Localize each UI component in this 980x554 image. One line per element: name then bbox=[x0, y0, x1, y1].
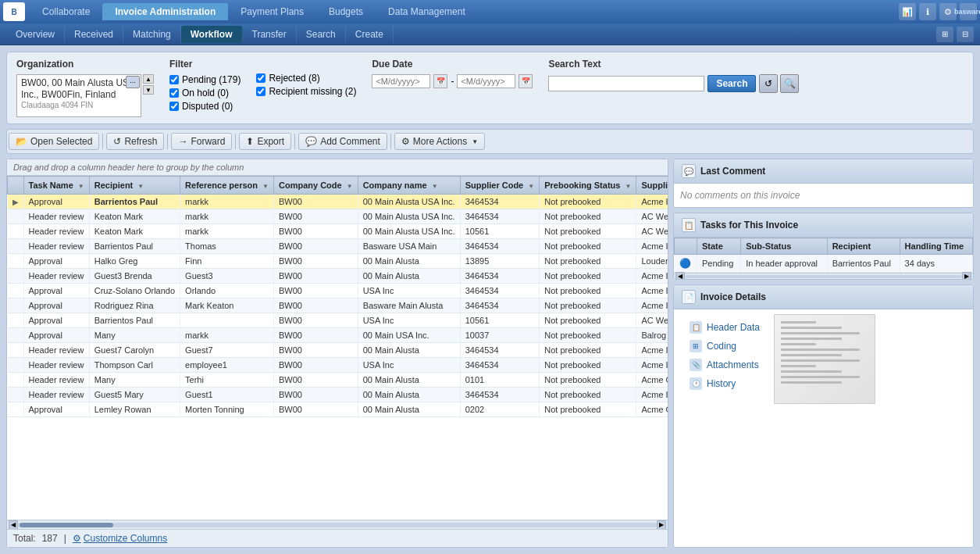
tab-invoice-admin[interactable]: Invoice Administration bbox=[102, 3, 228, 20]
history-link[interactable]: 🕐 History bbox=[690, 375, 760, 392]
org-scroll-up[interactable]: ▲ bbox=[143, 74, 154, 84]
more-actions-button[interactable]: ⚙ More Actions ▼ bbox=[394, 133, 485, 150]
pending-checkbox[interactable] bbox=[169, 75, 179, 84]
subnav-transfer[interactable]: Transfer bbox=[243, 26, 297, 43]
cell-ref-person: Orlando bbox=[180, 284, 274, 298]
sup-code-filter-icon[interactable]: ▼ bbox=[528, 183, 534, 190]
col-company-code[interactable]: Company Code ▼ bbox=[274, 177, 358, 195]
scroll-track[interactable] bbox=[18, 523, 657, 527]
header-data-link[interactable]: 📋 Header Data bbox=[690, 319, 760, 336]
table-row[interactable]: Header review Guest7 Carolyn Guest7 BW00… bbox=[8, 343, 668, 358]
tasks-scroll-left[interactable]: ◀ bbox=[675, 272, 685, 281]
disputed-checkbox[interactable] bbox=[169, 102, 179, 111]
scroll-thumb[interactable] bbox=[20, 523, 113, 527]
tab-data-management[interactable]: Data Management bbox=[376, 3, 478, 20]
subnav-overview[interactable]: Overview bbox=[6, 26, 65, 43]
scroll-right-arrow[interactable]: ▶ bbox=[657, 520, 666, 530]
subnav-received[interactable]: Received bbox=[65, 26, 123, 43]
tab-collaborate[interactable]: Collaborate bbox=[30, 3, 102, 20]
checkbox-pending[interactable]: Pending (179) bbox=[169, 74, 241, 85]
table-row[interactable]: Header review Thompson Carl employee1 BW… bbox=[8, 358, 668, 373]
table-row[interactable]: Approval Barrientos Paul BW00 USA Inc 10… bbox=[8, 313, 668, 328]
date-to-picker[interactable]: 📅 bbox=[519, 74, 533, 88]
name-filter-icon[interactable]: ▼ bbox=[432, 183, 438, 190]
cell-prebooking: Not prebooked bbox=[540, 284, 636, 298]
table-row[interactable]: Header review Many Terhi BW00 00 Main Al… bbox=[8, 373, 668, 388]
date-to-input[interactable] bbox=[457, 74, 515, 88]
checkbox-disputed[interactable]: Disputed (0) bbox=[169, 101, 241, 112]
tasks-scroll-right[interactable]: ▶ bbox=[962, 272, 971, 281]
col-supplier-code[interactable]: Supplier Code ▼ bbox=[460, 177, 540, 195]
task-filter-icon[interactable]: ▼ bbox=[78, 183, 84, 190]
subnav-workflow[interactable]: Workflow bbox=[181, 26, 243, 43]
checkbox-rejected[interactable]: Rejected (8) bbox=[256, 73, 356, 84]
toolbar: 📂 Open Selected ↺ Refresh → Forward ⬆ Ex… bbox=[6, 129, 974, 154]
tasks-scrollbar-track[interactable] bbox=[685, 275, 962, 278]
recipient-missing-checkbox[interactable] bbox=[256, 87, 265, 96]
tasks-header-row: State Sub-Status Recipient Handling Time bbox=[675, 238, 973, 255]
table-row[interactable]: Header review Guest5 Mary Guest1 BW00 00… bbox=[8, 388, 668, 402]
col-prebooking[interactable]: Prebooking Status ▼ bbox=[540, 177, 636, 195]
col-reference-person[interactable]: Reference person ▼ bbox=[180, 177, 274, 195]
table-scroll-bar[interactable]: ◀ ▶ bbox=[7, 520, 668, 529]
org-scroll-down[interactable]: ▼ bbox=[143, 85, 154, 95]
search-text-input[interactable] bbox=[548, 76, 704, 91]
add-comment-button[interactable]: 💬 Add Comment bbox=[298, 133, 387, 150]
cell-ref-person: Terhi bbox=[180, 373, 274, 388]
attachments-link[interactable]: 📎 Attachments bbox=[690, 356, 760, 374]
date-from-input[interactable] bbox=[372, 74, 430, 88]
search-advanced-icon[interactable]: 🔍 bbox=[780, 74, 799, 93]
coding-link[interactable]: ⊞ Coding bbox=[690, 338, 760, 355]
table-row[interactable]: Approval Cruz-Solano Orlando Orlando BW0… bbox=[8, 284, 668, 298]
checkbox-recipient-missing[interactable]: Recipient missing (2) bbox=[256, 86, 356, 97]
recipient-filter-icon[interactable]: ▼ bbox=[137, 183, 144, 190]
subnav-search[interactable]: Search bbox=[297, 26, 346, 43]
customize-columns-link[interactable]: ⚙ Customize Columns bbox=[73, 533, 167, 544]
cell-ref-person bbox=[180, 313, 274, 328]
table-row[interactable]: Header review Keaton Mark markk BW00 00 … bbox=[8, 224, 668, 239]
layout-btn-2[interactable]: ⊟ bbox=[957, 27, 974, 42]
code-filter-icon[interactable]: ▼ bbox=[347, 183, 353, 190]
table-row[interactable]: Approval Halko Greg Finn BW00 00 Main Al… bbox=[8, 254, 668, 269]
subnav-create[interactable]: Create bbox=[346, 26, 394, 43]
col-supplier[interactable]: Supplier ▼ bbox=[636, 177, 668, 195]
cell-supplier-code: 3464534 bbox=[460, 195, 540, 209]
table-row[interactable]: ▶ Approval Barrientos Paul markk BW00 00… bbox=[8, 195, 668, 209]
col-company-name[interactable]: Company name ▼ bbox=[358, 177, 460, 195]
cell-supplier: Acme Int... bbox=[636, 239, 668, 254]
pre-filter-icon[interactable]: ▼ bbox=[625, 183, 631, 190]
table-row[interactable]: Header review Keaton Mark markk BW00 00 … bbox=[8, 209, 668, 224]
cell-supplier-code: 10037 bbox=[460, 328, 540, 343]
search-text-label: Search Text bbox=[548, 59, 799, 70]
info-icon[interactable]: ℹ bbox=[919, 3, 936, 20]
tab-budgets[interactable]: Budgets bbox=[316, 3, 376, 20]
ref-filter-icon[interactable]: ▼ bbox=[262, 183, 269, 190]
table-row[interactable]: Approval Lemley Rowan Morten Tonning BW0… bbox=[8, 402, 668, 417]
table-row[interactable]: Header review Guest3 Brenda Guest3 BW00 … bbox=[8, 269, 668, 284]
export-button[interactable]: ⬆ Export bbox=[239, 133, 291, 150]
checkbox-on-hold[interactable]: On hold (0) bbox=[169, 88, 241, 98]
open-selected-button[interactable]: 📂 Open Selected bbox=[9, 133, 99, 150]
search-button[interactable]: Search bbox=[707, 75, 756, 92]
filter-section-2: Rejected (8) Recipient missing (2) bbox=[256, 73, 356, 97]
table-row[interactable]: Approval Rodriguez Rina Mark Keaton BW00… bbox=[8, 298, 668, 313]
org-more-button[interactable]: ··· bbox=[126, 76, 140, 88]
table-row[interactable]: Approval Many markk BW00 00 Main USA Inc… bbox=[8, 328, 668, 343]
tasks-scrollbar[interactable]: ◀ ▶ bbox=[674, 273, 973, 279]
chart-icon[interactable]: 📊 bbox=[899, 3, 916, 20]
tasks-scroll[interactable]: State Sub-Status Recipient Handling Time… bbox=[674, 238, 973, 273]
refresh-button[interactable]: ↺ Refresh bbox=[106, 133, 164, 150]
col-task-name[interactable]: Task Name ▼ bbox=[23, 177, 89, 195]
table-wrapper[interactable]: Task Name ▼ Recipient ▼ Reference person… bbox=[7, 176, 668, 520]
layout-btn-1[interactable]: ⊞ bbox=[936, 27, 953, 42]
table-row[interactable]: Header review Barrientos Paul Thomas BW0… bbox=[8, 239, 668, 254]
search-refresh-icon[interactable]: ↺ bbox=[759, 74, 778, 93]
date-from-picker[interactable]: 📅 bbox=[433, 74, 447, 88]
forward-button[interactable]: → Forward bbox=[171, 133, 232, 150]
scroll-left-arrow[interactable]: ◀ bbox=[9, 520, 18, 530]
rejected-checkbox[interactable] bbox=[256, 73, 265, 83]
col-recipient[interactable]: Recipient ▼ bbox=[89, 177, 180, 195]
on-hold-checkbox[interactable] bbox=[169, 88, 179, 98]
subnav-matching[interactable]: Matching bbox=[123, 26, 181, 43]
tab-payment-plans[interactable]: Payment Plans bbox=[228, 3, 316, 20]
